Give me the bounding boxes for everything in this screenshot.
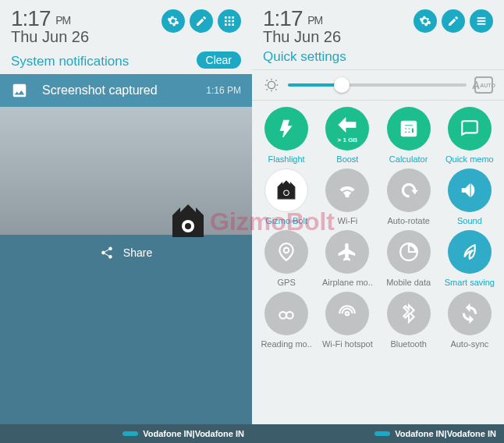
carrier-label: Vodafone IN|Vodafone IN (395, 429, 496, 438)
tile-circle (264, 230, 308, 274)
tile-label: Wi-Fi hotspot (322, 339, 373, 349)
brightness-icon (263, 76, 280, 94)
tile-circle (325, 292, 369, 335)
tiles-grid: Flashlight > 1 GB Boost Calculator Quick… (252, 101, 504, 424)
rotate-icon (399, 180, 419, 200)
notifications-toggle-button[interactable] (470, 9, 493, 33)
tile-leaf[interactable]: Smart saving (440, 230, 499, 287)
gps-icon (276, 242, 296, 262)
tile-circle (448, 168, 492, 212)
tile-label: Airplane mo.. (322, 278, 373, 287)
tile-flash[interactable]: Flashlight (257, 107, 316, 164)
signal-icon (122, 431, 138, 436)
tile-bt[interactable]: Bluetooth (379, 292, 438, 349)
tile-wifi[interactable]: Wi-Fi (318, 168, 377, 225)
tile-hotspot[interactable]: Wi-Fi hotspot (318, 292, 377, 349)
tile-circle (387, 292, 431, 335)
notification-item[interactable]: Screenshot captured 1:16 PM (0, 74, 252, 107)
tile-circle (264, 168, 308, 212)
flash-icon (276, 119, 296, 139)
quick-settings-header: 1:17 PM Thu Jun 26 Quick settings (252, 0, 504, 69)
tile-rotate[interactable]: Auto-rotate (379, 168, 438, 225)
clock-date: Thu Jun 26 (11, 28, 89, 46)
tile-label: GPS (278, 278, 296, 287)
tile-label: Wi-Fi (338, 216, 358, 225)
edit-icon (447, 15, 460, 27)
tile-circle (264, 107, 308, 151)
tile-plane[interactable]: Airplane mo.. (318, 230, 377, 287)
tile-glasses[interactable]: Reading mo.. (257, 292, 316, 349)
tile-label: Calculator (389, 154, 428, 164)
edit-button[interactable] (190, 9, 213, 33)
brightness-thumb[interactable] (334, 77, 350, 93)
tile-gizmo[interactable]: Gizmo Bolt (257, 168, 316, 225)
clock-date: Thu Jun 26 (263, 28, 341, 46)
quicksettings-toggle-button[interactable] (218, 9, 241, 33)
tile-circle (387, 230, 431, 274)
share-label: Share (123, 246, 152, 259)
calc-icon (399, 119, 419, 139)
notification-timestamp: 1:16 PM (206, 85, 241, 96)
tile-label: Reading mo.. (261, 339, 311, 349)
tile-label: Sound (457, 216, 482, 225)
glasses-icon (276, 303, 296, 324)
tile-circle (448, 292, 492, 335)
tile-circle (448, 107, 492, 151)
share-icon (100, 246, 114, 260)
gear-icon (419, 15, 431, 27)
carrier-label: Vodafone IN|Vodafone IN (143, 429, 244, 438)
tile-label: Smart saving (445, 278, 495, 287)
settings-button[interactable] (413, 9, 437, 33)
tile-label: Auto-sync (450, 339, 488, 349)
tile-memo[interactable]: Quick memo (440, 107, 499, 164)
memo-icon (460, 119, 480, 139)
gizmo-icon (276, 180, 296, 200)
clear-button[interactable]: Clear (197, 51, 241, 69)
tile-circle (387, 168, 431, 212)
tile-label: Flashlight (268, 154, 305, 164)
tile-gps[interactable]: GPS (257, 230, 316, 287)
leaf-icon (460, 242, 480, 262)
tile-circle (387, 107, 431, 151)
gear-icon (167, 15, 179, 27)
tile-label: Auto-rotate (387, 216, 429, 225)
status-bar: Vodafone IN|Vodafone IN (0, 424, 252, 443)
tile-label: Bluetooth (390, 339, 426, 349)
signal-icon (374, 431, 390, 436)
grid-icon (223, 15, 236, 27)
tile-data[interactable]: Mobile data (379, 230, 438, 287)
tile-sync[interactable]: Auto-sync (440, 292, 499, 349)
auto-brightness-toggle[interactable]: AAUTO (474, 76, 493, 94)
edit-button[interactable] (442, 9, 465, 33)
sync-icon (460, 303, 480, 324)
data-icon (399, 242, 419, 262)
status-bar: Vodafone IN|Vodafone IN (252, 424, 504, 443)
notifications-panel: 1:17 PM Thu Jun 26 System notifications … (0, 0, 252, 443)
brightness-slider-row: AAUTO (252, 69, 504, 101)
image-icon (11, 82, 28, 99)
hotspot-icon (337, 303, 357, 324)
tile-label: Mobile data (386, 278, 431, 287)
notifications-header: 1:17 PM Thu Jun 26 System notifications … (0, 0, 252, 74)
tile-label: Quick memo (445, 154, 494, 164)
bt-icon (399, 303, 419, 324)
tile-circle (448, 230, 492, 274)
share-button[interactable]: Share (0, 235, 252, 271)
panel-body (0, 271, 252, 424)
tile-label: Boost (336, 154, 358, 164)
plane-icon (337, 242, 357, 262)
notification-title: Screenshot captured (42, 83, 192, 97)
tile-label: Gizmo Bolt (265, 216, 307, 225)
section-title: System notifications (11, 54, 129, 69)
tile-calc[interactable]: Calculator (379, 107, 438, 164)
tile-circle (325, 168, 369, 212)
settings-button[interactable] (161, 9, 185, 33)
sound-icon (460, 180, 480, 200)
tile-boost[interactable]: > 1 GB Boost (318, 107, 377, 164)
tile-sound[interactable]: Sound (440, 168, 499, 225)
quick-settings-panel: 1:17 PM Thu Jun 26 Quick settings AAUTO … (252, 0, 504, 443)
brightness-slider[interactable] (288, 83, 467, 87)
screenshot-preview[interactable] (0, 107, 252, 235)
boost-icon (337, 115, 357, 135)
section-title: Quick settings (263, 49, 493, 65)
